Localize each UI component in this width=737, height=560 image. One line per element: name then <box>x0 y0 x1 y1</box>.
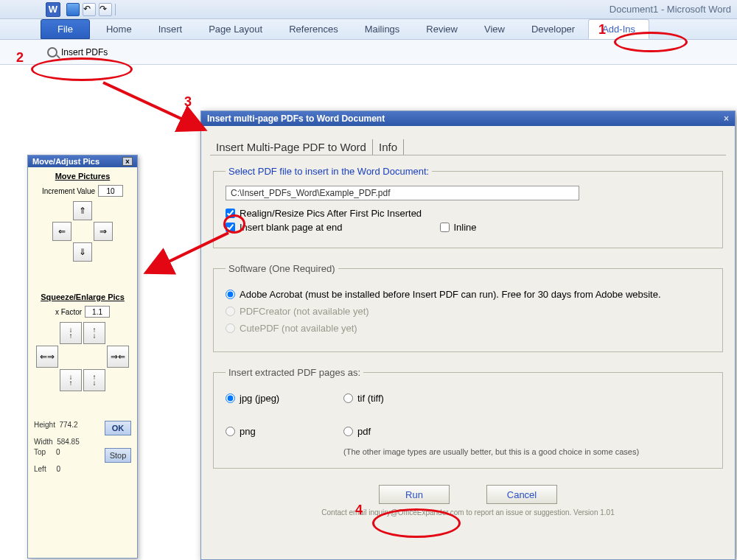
tab-mailings[interactable]: Mailings <box>352 19 413 39</box>
squeeze-up-in-icon[interactable]: ↓↑ <box>60 322 82 344</box>
cutepdf-radio <box>226 323 235 333</box>
move-adjust-pics-panel: Move/Adjust Pics × Move Pictures Increme… <box>27 155 138 559</box>
tab-page-layout[interactable]: Page Layout <box>195 19 276 39</box>
insert-pdfs-label: Insert PDFs <box>61 47 108 57</box>
qat-separator-icon <box>115 4 119 15</box>
move-arrow-pad: ⇑ ⇐ ⇒ ⇓ <box>32 201 133 262</box>
annotation-number-3: 3 <box>184 94 192 110</box>
jpg-label: jpg (jpeg) <box>240 393 279 404</box>
tab-home[interactable]: Home <box>93 19 145 39</box>
move-pictures-heading: Move Pictures <box>32 172 133 181</box>
increment-label: Increment Value <box>42 187 95 195</box>
cutepdf-label: CutePDF (not available yet) <box>240 323 357 334</box>
pdf-radio[interactable] <box>343 427 353 436</box>
height-label: Height 774.2 <box>34 421 78 435</box>
quick-access-toolbar: ↶ ↷ <box>66 3 119 16</box>
magnifier-icon <box>47 47 57 57</box>
tab-developer[interactable]: Developer <box>518 19 588 39</box>
save-icon[interactable] <box>66 3 80 16</box>
select-pdf-group: Select PDF file to insert in the Word Do… <box>213 166 723 248</box>
tab-add-ins[interactable]: Add-Ins <box>588 19 649 39</box>
realign-checkbox[interactable] <box>226 209 235 218</box>
cancel-button[interactable]: Cancel <box>486 485 557 504</box>
squeeze-pad: ↓↑ ↑↓ ⇐⇒ ⇒⇐ ↓↑ ↑↓ <box>32 322 133 391</box>
tab-insert[interactable]: Insert <box>145 19 196 39</box>
squeeze-left-out-icon[interactable]: ⇐⇒ <box>36 346 58 368</box>
software-group: Software (One Required) Adobe Acrobat (m… <box>213 263 723 352</box>
ok-button[interactable]: OK <box>105 421 131 435</box>
insert-pdfs-button[interactable]: Insert PDFs <box>47 47 108 57</box>
blank-page-checkbox[interactable] <box>226 223 235 232</box>
tab-review[interactable]: Review <box>413 19 471 39</box>
pdfcreator-radio <box>226 307 235 316</box>
dialog-title: Insert multi-page PDFs to Word Document <box>207 113 385 124</box>
pdfcreator-label: PDFCreator (not available yet) <box>240 306 369 317</box>
ribbon-tabs: File Home Insert Page Layout References … <box>0 19 737 40</box>
squeeze-down-out-icon[interactable]: ↓↑ <box>60 369 82 391</box>
undo-icon[interactable]: ↶ <box>83 3 96 16</box>
dialog-close-icon[interactable]: × <box>724 113 729 124</box>
pic-stats: Height 774.2 OK Width 584.85 Top 0 Stop … <box>28 416 137 480</box>
dialog-titlebar: Insert multi-page PDFs to Word Document … <box>201 111 735 126</box>
close-icon[interactable]: × <box>122 157 133 166</box>
insert-pdf-dialog: Insert multi-page PDFs to Word Document … <box>200 111 736 560</box>
software-legend: Software (One Required) <box>226 263 338 274</box>
tab-info[interactable]: Info <box>373 139 404 155</box>
adobe-label: Adobe Acrobat (must be installed before … <box>240 289 661 300</box>
pdf-label: pdf <box>357 426 371 437</box>
ribbon-body: Insert PDFs <box>0 40 737 65</box>
select-pdf-legend: Select PDF file to insert in the Word Do… <box>226 166 432 177</box>
squeeze-down-in-icon[interactable]: ↑↓ <box>83 369 105 391</box>
png-radio[interactable] <box>226 427 235 436</box>
adobe-radio[interactable] <box>226 290 235 299</box>
move-panel-title: Move/Adjust Pics <box>32 157 99 166</box>
png-label: png <box>240 426 256 437</box>
arrow-left-icon[interactable]: ⇐ <box>52 222 71 241</box>
arrow-up-icon[interactable]: ⇑ <box>73 201 92 220</box>
tab-insert-pdf[interactable]: Insert Multi-Page PDF to Word <box>210 139 373 155</box>
format-hint: (The other image types are usually bette… <box>343 447 710 456</box>
window-title: Document1 - Microsoft Word <box>609 4 731 15</box>
dialog-buttons: Run Cancel <box>210 476 726 508</box>
realign-label: Realign/Resize Pics After First Pic Inse… <box>240 208 422 219</box>
tif-label: tif (tiff) <box>357 393 384 404</box>
dialog-tabs: Insert Multi-Page PDF to Word Info <box>210 139 726 155</box>
squeeze-enlarge-heading: Squeeze/Enlarge Pics <box>32 293 133 301</box>
squeeze-right-in-icon[interactable]: ⇒⇐ <box>107 346 129 368</box>
dialog-footer: Contact email inquiry@OfficeExpander.com… <box>210 508 726 519</box>
titlebar: W ↶ ↷ Document1 - Microsoft Word <box>0 0 737 19</box>
format-legend: Insert extracted PDF pages as: <box>226 367 363 378</box>
jpg-radio[interactable] <box>226 393 235 403</box>
squeeze-up-out-icon[interactable]: ↑↓ <box>83 322 105 344</box>
stop-button[interactable]: Stop <box>105 448 131 463</box>
blank-page-label: Insert blank page at end <box>240 222 343 233</box>
increment-input[interactable] <box>98 185 123 197</box>
run-button[interactable]: Run <box>379 485 450 504</box>
svg-line-0 <box>103 83 205 130</box>
inline-label: Inline <box>454 222 477 233</box>
xfactor-input[interactable] <box>85 306 110 318</box>
file-tab[interactable]: File <box>41 19 90 39</box>
move-panel-titlebar: Move/Adjust Pics × <box>28 155 137 167</box>
arrow-right-icon[interactable]: ⇒ <box>94 222 113 241</box>
image-format-group: Insert extracted PDF pages as: jpg (jpeg… <box>213 367 723 469</box>
tif-radio[interactable] <box>343 393 353 403</box>
width-label: Width 584.85 <box>34 438 80 446</box>
pdf-path-input[interactable] <box>226 186 579 200</box>
left-label: Left 0 <box>34 465 60 473</box>
top-label: Top 0 <box>34 448 60 463</box>
tab-references[interactable]: References <box>276 19 351 39</box>
redo-icon[interactable]: ↷ <box>99 3 112 16</box>
arrow-down-icon[interactable]: ⇓ <box>73 242 92 262</box>
inline-checkbox[interactable] <box>440 223 450 232</box>
tab-view[interactable]: View <box>471 19 518 39</box>
xfactor-label: x Factor <box>55 308 82 316</box>
word-app-icon: W <box>46 2 60 17</box>
